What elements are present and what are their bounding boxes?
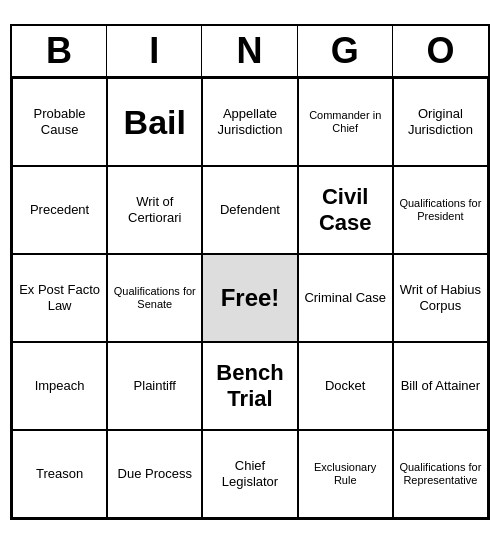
cell-text: Criminal Case <box>304 290 386 306</box>
cell-text: Probable Cause <box>17 106 102 137</box>
bingo-cell: Precedent <box>12 166 107 254</box>
cell-text: Exclusionary Rule <box>303 461 388 487</box>
cell-text: Impeach <box>35 378 85 394</box>
cell-text: Due Process <box>118 466 192 482</box>
cell-text: Writ of Certiorari <box>112 194 197 225</box>
cell-text: Bail <box>124 102 186 143</box>
bingo-cell: Commander in Chief <box>298 78 393 166</box>
cell-text: Qualifications for Senate <box>112 285 197 311</box>
bingo-cell: Chief Legislator <box>202 430 297 518</box>
bingo-cell: Defendent <box>202 166 297 254</box>
header-letter: O <box>393 26 488 76</box>
bingo-cell: Bill of Attainer <box>393 342 488 430</box>
bingo-cell: Writ of Habius Corpus <box>393 254 488 342</box>
cell-text: Free! <box>221 284 280 313</box>
bingo-cell: Appellate Jurisdiction <box>202 78 297 166</box>
cell-text: Plaintiff <box>134 378 176 394</box>
cell-text: Bench Trial <box>207 360 292 413</box>
bingo-cell: Criminal Case <box>298 254 393 342</box>
bingo-cell: Probable Cause <box>12 78 107 166</box>
cell-text: Precedent <box>30 202 89 218</box>
bingo-cell: Exclusionary Rule <box>298 430 393 518</box>
bingo-cell: Bail <box>107 78 202 166</box>
cell-text: Commander in Chief <box>303 109 388 135</box>
cell-text: Qualifications for President <box>398 197 483 223</box>
bingo-cell: Qualifications for President <box>393 166 488 254</box>
bingo-cell: Plaintiff <box>107 342 202 430</box>
cell-text: Civil Case <box>303 184 388 237</box>
cell-text: Chief Legislator <box>207 458 292 489</box>
bingo-cell: Original Jurisdiction <box>393 78 488 166</box>
cell-text: Docket <box>325 378 365 394</box>
bingo-cell: Treason <box>12 430 107 518</box>
cell-text: Defendent <box>220 202 280 218</box>
header-letter: B <box>12 26 107 76</box>
bingo-cell: Writ of Certiorari <box>107 166 202 254</box>
header-letter: G <box>298 26 393 76</box>
cell-text: Ex Post Facto Law <box>17 282 102 313</box>
bingo-cell: Impeach <box>12 342 107 430</box>
bingo-cell: Qualifications for Senate <box>107 254 202 342</box>
cell-text: Appellate Jurisdiction <box>207 106 292 137</box>
header-letter: N <box>202 26 297 76</box>
cell-text: Writ of Habius Corpus <box>398 282 483 313</box>
bingo-cell: Civil Case <box>298 166 393 254</box>
bingo-cell: Due Process <box>107 430 202 518</box>
cell-text: Original Jurisdiction <box>398 106 483 137</box>
bingo-cell: Bench Trial <box>202 342 297 430</box>
bingo-cell: Qualifications for Representative <box>393 430 488 518</box>
header-letter: I <box>107 26 202 76</box>
bingo-cell: Free! <box>202 254 297 342</box>
cell-text: Treason <box>36 466 83 482</box>
bingo-card: BINGO Probable CauseBailAppellate Jurisd… <box>10 24 490 520</box>
bingo-header: BINGO <box>12 26 488 78</box>
bingo-grid: Probable CauseBailAppellate Jurisdiction… <box>12 78 488 518</box>
cell-text: Bill of Attainer <box>401 378 481 394</box>
bingo-cell: Ex Post Facto Law <box>12 254 107 342</box>
cell-text: Qualifications for Representative <box>398 461 483 487</box>
bingo-cell: Docket <box>298 342 393 430</box>
